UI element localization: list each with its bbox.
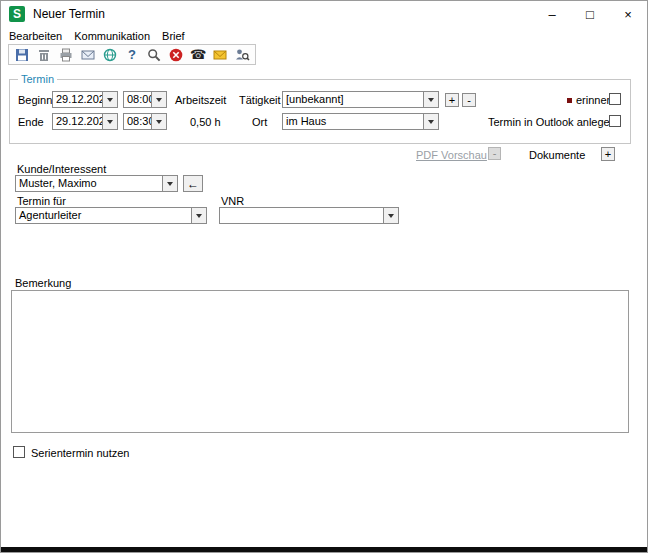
ende-time-select[interactable]: 08:30	[123, 113, 167, 130]
pdf-vorschau-button[interactable]: -	[488, 147, 501, 160]
taetigkeit-add-button[interactable]: +	[445, 93, 459, 107]
cancel-icon[interactable]	[167, 46, 185, 64]
taetigkeit-label: Tätigkeit	[239, 94, 281, 106]
arbeitszeit-value: 0,50 h	[190, 116, 221, 128]
chevron-down-icon	[151, 92, 166, 107]
minimize-button[interactable]: –	[533, 1, 571, 27]
menu-bearbeiten[interactable]: Bearbeiten	[9, 30, 62, 42]
taetigkeit-remove-button[interactable]: -	[462, 93, 476, 107]
arbeitszeit-label: Arbeitszeit	[175, 94, 226, 106]
phone-icon[interactable]: ☎	[189, 46, 207, 64]
kunde-back-button[interactable]: ←	[183, 175, 203, 192]
bemerkung-label: Bemerkung	[15, 277, 71, 289]
ende-time-value: 08:30	[124, 114, 151, 129]
maximize-button[interactable]: □	[571, 1, 609, 27]
serientermin-label: Serientermin nutzen	[31, 447, 129, 459]
window-title: Neuer Termin	[33, 7, 105, 21]
dokumente-add-button[interactable]: +	[601, 147, 615, 161]
taetigkeit-select[interactable]: [unbekannt]	[282, 91, 439, 108]
chevron-down-icon	[423, 114, 438, 129]
taetigkeit-value: [unbekannt]	[283, 92, 423, 107]
termin-fuer-value: Agenturleiter	[16, 208, 191, 223]
ort-label: Ort	[252, 116, 267, 128]
delete-icon[interactable]	[35, 46, 53, 64]
menu-kommunikation[interactable]: Kommunikation	[74, 30, 150, 42]
outlook-label: Termin in Outlook anlegen	[488, 116, 616, 128]
serientermin-checkbox[interactable]	[13, 446, 25, 458]
toolbar: ? ☎	[8, 44, 256, 65]
help-icon[interactable]: ?	[123, 46, 141, 64]
close-button[interactable]: ×	[609, 1, 647, 27]
vnr-select[interactable]	[219, 207, 399, 224]
search-icon[interactable]	[145, 46, 163, 64]
email-icon[interactable]	[79, 46, 97, 64]
ort-select[interactable]: im Haus	[282, 113, 439, 130]
pdf-vorschau-link[interactable]: PDF Vorschau	[416, 149, 487, 161]
contact-search-icon[interactable]	[233, 46, 251, 64]
menu-brief[interactable]: Brief	[162, 30, 185, 42]
web-icon[interactable]	[101, 46, 119, 64]
vnr-label: VNR	[221, 195, 244, 207]
beginn-time-value: 08:00	[124, 92, 151, 107]
app-logo-icon: S	[9, 6, 25, 22]
chevron-down-icon	[423, 92, 438, 107]
kunde-select[interactable]: Muster, Maximo	[15, 175, 178, 192]
vnr-value	[220, 208, 383, 223]
reminder-bullet-icon	[567, 98, 572, 103]
ende-label: Ende	[18, 116, 44, 128]
erinnern-checkbox[interactable]	[609, 93, 621, 105]
termin-fuer-select[interactable]: Agenturleiter	[15, 207, 207, 224]
chevron-down-icon	[151, 114, 166, 129]
chevron-down-icon	[102, 114, 117, 129]
app-window: S Neuer Termin – □ × Bearbeiten Kommunik…	[0, 0, 648, 553]
kunde-label: Kunde/Interessent	[17, 163, 106, 175]
beginn-date-select[interactable]: 29.12.2021	[52, 91, 118, 108]
ort-value: im Haus	[283, 114, 423, 129]
kunde-value: Muster, Maximo	[16, 176, 162, 191]
window-controls: – □ ×	[533, 1, 647, 27]
group-title: Termin	[18, 73, 57, 85]
ende-date-select[interactable]: 29.12.2021	[52, 113, 118, 130]
print-icon[interactable]	[57, 46, 75, 64]
dokumente-label: Dokumente	[529, 149, 585, 161]
chevron-down-icon	[102, 92, 117, 107]
title-bar: S Neuer Termin – □ ×	[1, 1, 647, 27]
taskbar-strip	[1, 547, 648, 553]
termin-groupbox: Termin Beginn 29.12.2021 08:00 Arbeitsze…	[9, 79, 631, 144]
beginn-time-select[interactable]: 08:00	[123, 91, 167, 108]
menu-bar: Bearbeiten Kommunikation Brief	[1, 27, 647, 44]
save-icon[interactable]	[13, 46, 31, 64]
termin-fuer-label: Termin für	[17, 195, 66, 207]
outlook-checkbox[interactable]	[609, 115, 621, 127]
bemerkung-textarea[interactable]	[11, 290, 629, 433]
chevron-down-icon	[191, 208, 206, 223]
chevron-down-icon	[162, 176, 177, 191]
ende-date-value: 29.12.2021	[53, 114, 102, 129]
beginn-date-value: 29.12.2021	[53, 92, 102, 107]
beginn-label: Beginn	[18, 94, 52, 106]
mail-icon[interactable]	[211, 46, 229, 64]
chevron-down-icon	[383, 208, 398, 223]
